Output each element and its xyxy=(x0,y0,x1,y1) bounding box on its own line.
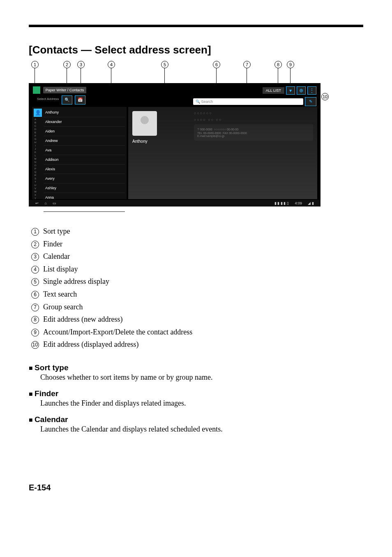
list-item[interactable]: Ashley xyxy=(44,183,125,193)
callout-5: 5 xyxy=(161,60,168,68)
section-heading: Finder xyxy=(29,389,363,398)
finder-icon[interactable]: 🔍 xyxy=(62,95,72,104)
callout-1: 1 xyxy=(31,60,39,68)
section-heading: Calendar xyxy=(29,415,363,424)
signal-icon: ◢ ▮ xyxy=(308,201,314,205)
calendar-icon[interactable]: 📅 xyxy=(75,95,85,104)
search-row: 🔍 Search ✎ xyxy=(193,97,316,106)
select-address-label: Select Address xyxy=(37,97,59,101)
contact-detail-fields: ○○○○○○ ○○○○ ○○ ○○ 〒000-0000 ○○○○○○○ 00-0… xyxy=(194,111,313,141)
chevron-down-icon[interactable]: ▾ xyxy=(286,86,295,95)
clock: 4:09 xyxy=(295,201,302,205)
page-top-rule xyxy=(29,25,363,27)
callout-4: 4 xyxy=(108,60,115,68)
list-item[interactable]: Ava xyxy=(44,146,125,155)
section-heading: Sort type xyxy=(29,363,363,372)
more-menu-icon[interactable]: ⋮ xyxy=(307,86,316,95)
callout-6: 6 xyxy=(213,60,220,68)
leader-8 xyxy=(278,68,278,85)
leader-7 xyxy=(247,68,247,85)
edit-contact-icon[interactable]: ✎ xyxy=(305,97,316,106)
avatar xyxy=(132,111,157,136)
list-item[interactable]: Addison xyxy=(44,155,125,165)
status-icons: ▮ ▮ ▮ ▮ ▯ xyxy=(274,201,289,205)
contact-name-list: Anthony Alexander Aiden Andrew Ava Addis… xyxy=(44,108,125,197)
breadcrumb[interactable]: Paper Writer / Contacts xyxy=(43,87,86,93)
group-filter-pill[interactable]: ALL LIST xyxy=(263,87,284,94)
system-nav-bar: ↩ ⌂ ▭ ▮ ▮ ▮ ▮ ▯ 4:09 ◢ ▮ xyxy=(29,200,321,207)
alpha-index-strip[interactable]: ABCDEFGHIJKLMNOPQRSTUVWXYZ# xyxy=(33,118,38,197)
list-item[interactable]: Avery xyxy=(44,174,125,183)
legend-item: 6Text search xyxy=(31,288,363,301)
contact-list-pane: 👤 ABCDEFGHIJKLMNOPQRSTUVWXYZ# Anthony Al… xyxy=(32,107,127,199)
callout-legend: 1Sort type 2Finder 3Calendar 4List displ… xyxy=(31,225,363,351)
contact-detail-card: 〒000-0000 ○○○○○○○ 00-00-00 TEL 00-0000-0… xyxy=(194,124,313,141)
list-item[interactable]: Alexander xyxy=(44,117,125,127)
list-item[interactable]: Anthony xyxy=(44,108,125,117)
callout-2: 2 xyxy=(63,60,71,68)
legend-item: 3Calendar xyxy=(31,250,363,263)
callout-10: 10 xyxy=(321,93,329,100)
contact-detail-name: Anthony xyxy=(132,139,148,144)
contact-detail-pane: Anthony ○○○○○○ ○○○○ ○○ ○○ 〒000-0000 ○○○○… xyxy=(128,107,317,199)
legend-item: 4List display xyxy=(31,263,363,276)
list-item[interactable]: Andrew xyxy=(44,136,125,146)
app-icon xyxy=(33,86,40,94)
sort-type-button[interactable]: 👤 xyxy=(34,109,42,117)
legend-item: 5Single address display xyxy=(31,275,363,288)
callout-9: 9 xyxy=(287,60,294,68)
callout-7: 7 xyxy=(243,60,251,68)
back-icon[interactable]: ↩ xyxy=(35,201,39,205)
annotated-screenshot: 1 2 3 4 5 6 7 8 9 10 Paper xyxy=(29,60,329,213)
callout-8: 8 xyxy=(274,60,282,68)
device-frame: Paper Writer / Contacts Select Address 🔍… xyxy=(29,83,321,207)
section-sort-type: Sort type Chooses whether to sort items … xyxy=(29,363,363,382)
legend-item: 10Edit address (displayed address) xyxy=(31,338,363,351)
search-placeholder: Search xyxy=(201,100,213,104)
search-input[interactable]: 🔍 Search xyxy=(193,98,303,105)
home-icon[interactable]: ⌂ xyxy=(45,201,47,205)
list-item[interactable]: Aiden xyxy=(44,127,125,136)
page-heading: [Contacts — Select address screen] xyxy=(29,44,363,56)
section-body: Launches the Calendar and displays relat… xyxy=(40,425,363,434)
add-contact-icon[interactable]: ⊕ xyxy=(297,86,306,95)
callout-3: 3 xyxy=(77,60,85,68)
page-number: E-154 xyxy=(29,483,363,492)
recents-icon[interactable]: ▭ xyxy=(53,201,56,205)
legend-item: 9Account/Import-Export/Delete the contac… xyxy=(31,326,363,339)
section-calendar: Calendar Launches the Calendar and displ… xyxy=(29,415,363,434)
top-right-controls: ALL LIST ▾ ⊕ ⋮ xyxy=(263,86,316,95)
leader-9 xyxy=(290,68,291,85)
section-body: Chooses whether to sort items by name or… xyxy=(40,373,363,382)
legend-item: 8Edit address (new address) xyxy=(31,313,363,326)
list-item[interactable]: Alexis xyxy=(44,165,125,174)
section-finder: Finder Launches the Finder and displays … xyxy=(29,389,363,408)
legend-item: 1Sort type xyxy=(31,225,363,238)
legend-item: 7Group search xyxy=(31,301,363,313)
legend-item: 2Finder xyxy=(31,238,363,251)
section-body: Launches the Finder and displays related… xyxy=(40,399,363,408)
